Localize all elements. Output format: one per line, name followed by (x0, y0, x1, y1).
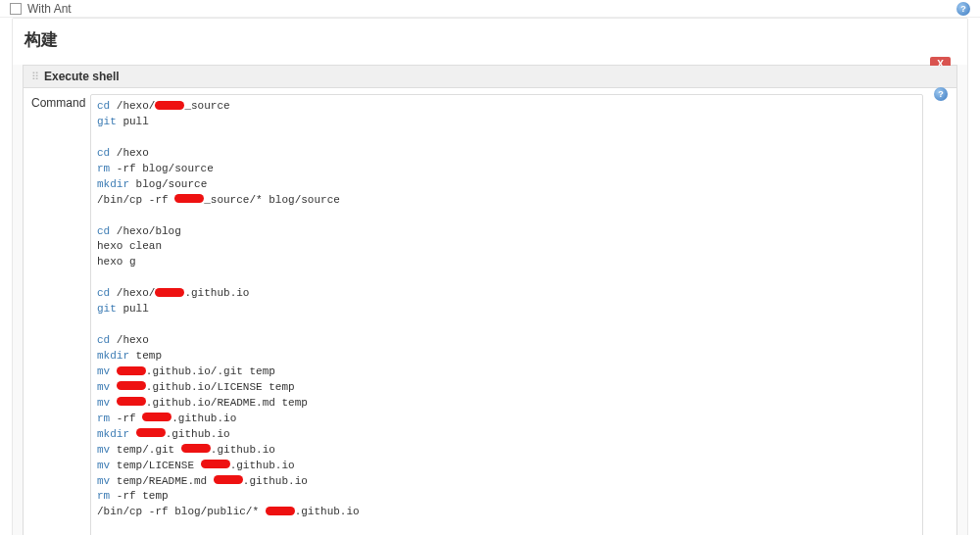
build-section: 构建 X ⠿ Execute shell Command cd /hexo/_s… (12, 18, 968, 535)
option-row-with-ant: With Ant (0, 0, 980, 18)
help-icon[interactable] (934, 87, 948, 101)
command-row: Command cd /hexo/_source git pull cd /he… (24, 88, 956, 535)
step-title: Execute shell (44, 70, 120, 83)
section-title: 构建 (13, 19, 967, 65)
command-textarea[interactable]: cd /hexo/_source git pull cd /hexo rm -r… (90, 94, 923, 535)
help-icon[interactable] (956, 2, 970, 16)
drag-handle-icon[interactable]: ⠿ (31, 71, 38, 83)
command-label: Command (31, 94, 90, 535)
build-step-header[interactable]: ⠿ Execute shell (24, 66, 956, 88)
with-ant-checkbox[interactable] (10, 3, 22, 15)
build-step: X ⠿ Execute shell Command cd /hexo/_sour… (23, 65, 957, 535)
with-ant-label: With Ant (27, 2, 72, 16)
